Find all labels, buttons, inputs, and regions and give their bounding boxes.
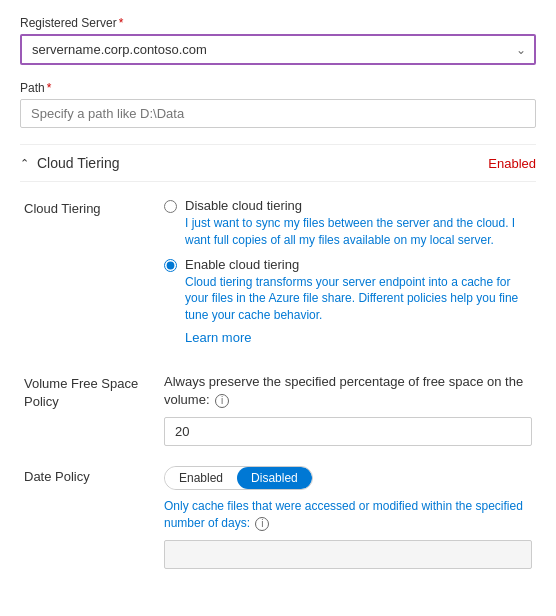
date-policy-controls: Enabled Disabled Only cache files that w…: [164, 466, 532, 569]
volume-free-space-label: Volume Free Space Policy: [24, 373, 164, 446]
disable-option-label: Disable cloud tiering: [185, 198, 532, 213]
disable-cloud-tiering-option: Disable cloud tiering I just want to syn…: [164, 198, 532, 249]
enable-option-description: Cloud tiering transforms your server end…: [185, 274, 532, 324]
enable-cloud-tiering-option: Enable cloud tiering Cloud tiering trans…: [164, 257, 532, 345]
cloud-tiering-controls: Disable cloud tiering I just want to syn…: [164, 198, 532, 353]
registered-server-field: Registered Server* servername.corp.conto…: [20, 16, 536, 65]
date-policy-info-icon[interactable]: i: [255, 517, 269, 531]
disable-cloud-tiering-radio[interactable]: [164, 200, 177, 213]
path-input[interactable]: [20, 99, 536, 128]
section-header-left: ⌃ Cloud Tiering: [20, 155, 120, 171]
registered-server-select[interactable]: servername.corp.contoso.com: [20, 34, 536, 65]
date-policy-enabled-toggle[interactable]: Enabled: [165, 467, 237, 489]
enable-option-text: Enable cloud tiering Cloud tiering trans…: [185, 257, 532, 345]
volume-free-space-controls: Always preserve the specified percentage…: [164, 373, 532, 446]
cloud-tiering-section-header: ⌃ Cloud Tiering Enabled: [20, 144, 536, 182]
path-label: Path*: [20, 81, 536, 95]
chevron-up-icon[interactable]: ⌃: [20, 157, 29, 170]
path-field: Path*: [20, 81, 536, 144]
section-enabled-status: Enabled: [488, 156, 536, 171]
date-policy-row: Date Policy Enabled Disabled Only cache …: [20, 466, 536, 569]
disable-option-description: I just want to sync my files between the…: [185, 215, 532, 249]
disable-option-text: Disable cloud tiering I just want to syn…: [185, 198, 532, 249]
registered-server-label: Registered Server*: [20, 16, 536, 30]
date-policy-input[interactable]: [164, 540, 532, 569]
enable-cloud-tiering-radio[interactable]: [164, 259, 177, 272]
required-star-path: *: [47, 81, 52, 95]
volume-free-space-row: Volume Free Space Policy Always preserve…: [20, 373, 536, 446]
registered-server-select-wrapper: servername.corp.contoso.com ⌄: [20, 34, 536, 65]
section-title: Cloud Tiering: [37, 155, 120, 171]
learn-more-link[interactable]: Learn more: [185, 330, 251, 345]
enable-option-label: Enable cloud tiering: [185, 257, 532, 272]
volume-free-space-input[interactable]: [164, 417, 532, 446]
date-policy-disabled-toggle[interactable]: Disabled: [237, 467, 312, 489]
volume-free-space-info-icon[interactable]: i: [215, 394, 229, 408]
cloud-tiering-label: Cloud Tiering: [24, 198, 164, 353]
volume-free-space-description: Always preserve the specified percentage…: [164, 373, 532, 409]
date-policy-toggle: Enabled Disabled: [164, 466, 313, 490]
required-star: *: [119, 16, 124, 30]
cloud-tiering-setting-row: Cloud Tiering Disable cloud tiering I ju…: [20, 198, 536, 353]
date-policy-description: Only cache files that were accessed or m…: [164, 498, 532, 532]
date-policy-label: Date Policy: [24, 466, 164, 569]
